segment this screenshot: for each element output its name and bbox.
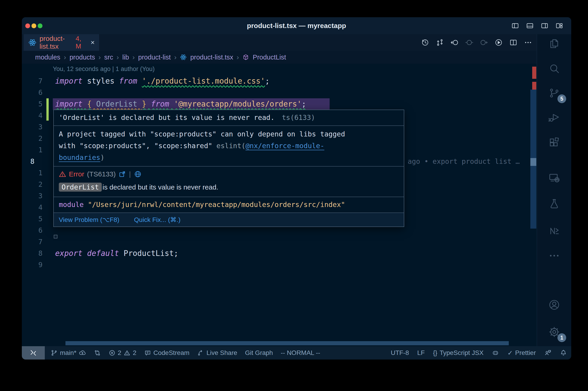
globe-icon[interactable] [134,171,142,178]
code-line-import-orders[interactable]: import { OrderList } from '@myreactapp/m… [55,98,306,110]
breadcrumb-separator: › [237,53,239,61]
code-token: export [55,249,83,258]
vim-mode-indicator[interactable]: -- NORMAL -- [281,349,320,357]
error-header-row: Error (TS6133) | [54,166,404,180]
breadcrumb-separator: › [133,53,135,61]
breadcrumb-item-lib[interactable]: lib [122,54,129,61]
additional-views-icon[interactable] [548,250,560,262]
window-title: product-list.tsx — myreactapp [22,17,571,34]
braces-icon: {} [433,349,437,357]
external-link-icon[interactable] [118,171,126,178]
compare-changes-icon[interactable] [436,38,444,47]
breadcrumb-item-file[interactable]: product-list.tsx [190,54,233,61]
eslint-rule-link[interactable]: @nx/enforce-module- [246,142,324,150]
git-blame-codelens[interactable]: You, 12 seconds ago | 1 author (You) [53,66,155,73]
notifications-status-item[interactable] [560,349,567,357]
previous-change-icon[interactable] [450,38,459,47]
error-code: (TS6133) [87,170,116,178]
tab-product-list[interactable]: product-list.tsx 4, M × [24,34,99,51]
breadcrumb-item-symbol[interactable]: ProductList [253,54,286,61]
split-editor-icon[interactable] [509,38,517,47]
editor-pane[interactable]: 7 6 5 4 3 2 1 8 1 2 3 4 5 6 7 8 9 You, 1… [22,64,537,346]
codestream-label: CodeStream [154,349,189,357]
gitlens-compare-item[interactable] [94,349,101,356]
search-icon[interactable] [548,63,560,74]
line-number: 4 [26,202,42,213]
feedback-status-item[interactable] [544,349,551,357]
ts-diagnostic-message: 'OrderList' is declared but its value is… [54,110,404,125]
line-number: 6 [26,87,42,98]
account-icon[interactable] [548,299,560,311]
breadcrumb-separator: › [98,53,101,61]
prettier-label: Prettier [515,349,536,357]
git-graph-status-item[interactable]: Git Graph [245,349,273,357]
code-token: import [55,77,83,86]
remote-indicator-button[interactable] [22,346,45,360]
toggle-sidebar-left-icon[interactable] [511,22,519,29]
toggle-panel-icon[interactable] [526,22,534,29]
activity-bar: 5 1 [537,34,571,346]
run-file-icon[interactable] [495,38,503,47]
breadcrumb-item-product-list[interactable]: product-list [138,54,171,61]
line-number: 3 [26,190,42,202]
toggle-sidebar-right-icon[interactable] [540,22,549,29]
next-change-icon[interactable] [480,38,488,47]
more-actions-icon[interactable] [524,38,532,47]
line-number: 3 [26,121,42,133]
warning-count: 2 [133,349,136,357]
live-share-status-item[interactable]: Live Share [197,349,237,357]
diagnostic-text: 'OrderList' is declared but its value is… [59,113,274,121]
react-icon [28,38,37,47]
copilot-icon [492,349,499,357]
testing-beaker-icon[interactable] [548,198,560,210]
horizontal-scrollbar[interactable] [66,341,509,345]
line-number: 2 [26,179,42,190]
code-token: ProductList; [119,249,178,258]
view-problem-button[interactable]: View Problem (⌥F8) [59,216,119,223]
prettier-status-item[interactable]: ✓ Prettier [507,349,536,357]
error-detail-row: OrderList is declared but its value is n… [54,180,404,197]
breadcrumb-item-modules[interactable]: modules [35,54,60,61]
line-number: 7 [26,75,42,87]
eol-status-item[interactable]: LF [417,349,425,357]
code-line-import-styles[interactable]: import styles from './product-list.modul… [55,75,270,87]
cloud-upload-icon [79,349,86,357]
breadcrumb: modules › products › src › lib › product… [22,51,537,64]
compare-refs-icon [94,349,101,356]
breadcrumb-item-src[interactable]: src [104,54,113,61]
code-token [137,77,142,86]
timeline-history-icon[interactable] [421,38,429,47]
editor-toolbar [421,34,532,51]
line-number: 2 [26,133,42,144]
code-line-export-default[interactable]: export default ProductList; [55,248,178,259]
popup-resize-grip[interactable] [54,235,57,238]
encoding-status-item[interactable]: UTF-8 [391,349,409,357]
tab-close-icon[interactable]: × [90,39,95,46]
breadcrumb-item-products[interactable]: products [70,54,95,61]
symbol-chip: OrderList [59,183,102,192]
nx-console-icon[interactable] [548,225,560,237]
run-debug-icon[interactable] [548,112,560,124]
breadcrumb-separator: › [117,53,119,61]
explorer-icon[interactable] [548,38,560,50]
branch-status-item[interactable]: main* [51,349,86,357]
eslint-rule-link[interactable]: boundaries [59,153,100,162]
feedback-person-icon [544,349,551,357]
extensions-icon[interactable] [548,136,560,148]
customize-layout-icon[interactable] [555,22,563,29]
codestream-status-item[interactable]: CodeStream [144,349,189,357]
settings-badge: 1 [557,333,566,342]
code-token: } [142,99,147,108]
code-token: ; [265,77,270,86]
tab-filename: product-list.tsx [39,35,73,50]
check-icon: ✓ [507,349,513,357]
breadcrumb-separator: › [174,53,176,61]
diagnostic-hover-popup: 'OrderList' is declared but its value is… [53,109,404,227]
remote-explorer-icon[interactable] [548,172,560,184]
quick-fix-button[interactable]: Quick Fix... (⌘.) [134,216,180,223]
copilot-status-item[interactable] [492,349,499,357]
language-status-item[interactable]: {} TypeScript JSX [433,349,484,357]
problems-status-item[interactable]: 2 2 [109,349,136,357]
code-token: default [87,249,119,258]
change-dot-icon[interactable] [465,38,473,47]
